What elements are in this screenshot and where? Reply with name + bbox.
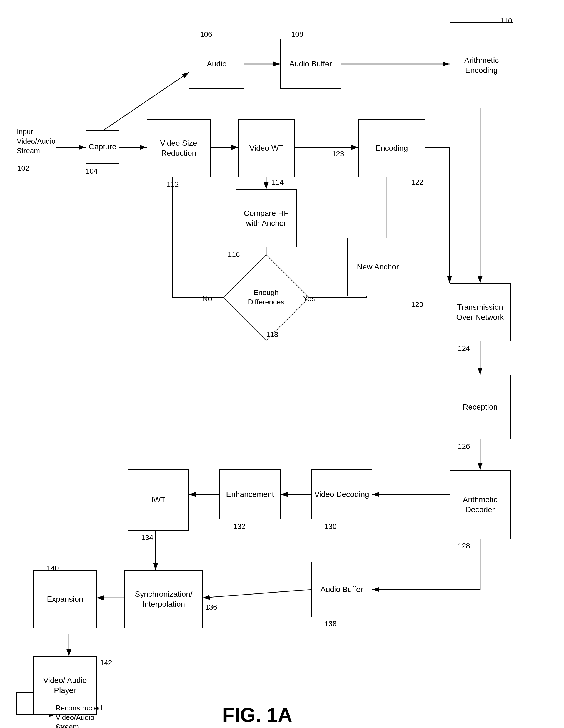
ref-123: 123	[332, 150, 344, 158]
input-stream-label: Input Video/Audio Stream	[17, 127, 61, 155]
ref-134: 134	[141, 533, 153, 542]
reception-box: Reception	[449, 375, 511, 439]
ref-112: 112	[167, 180, 179, 189]
video-decoding-box: Video Decoding	[311, 469, 372, 519]
ref-116: 116	[228, 250, 240, 259]
ref-102: 102	[17, 164, 29, 173]
enhancement-box: Enhancement	[220, 469, 281, 519]
no-label: No	[202, 294, 212, 303]
enough-differences-diamond: Enough Differences	[236, 267, 297, 328]
ref-124: 124	[458, 344, 470, 353]
video-wt-box: Video WT	[239, 119, 294, 177]
reconstructed-stream-label: Reconstructed Video/Audio Stream	[56, 704, 106, 728]
arithmetic-decoder-box: Arithmetic Decoder	[449, 470, 511, 539]
compare-hf-box: Compare HF with Anchor	[236, 189, 297, 247]
ref-122: 122	[411, 178, 423, 187]
ref-120: 120	[411, 300, 423, 309]
audio-buffer-lower-box: Audio Buffer	[311, 562, 372, 617]
new-anchor-box: New Anchor	[347, 238, 408, 296]
audio-box: Audio	[189, 39, 245, 89]
ref-106: 106	[200, 30, 212, 39]
ref-140: 140	[47, 564, 59, 573]
ref-136: 136	[205, 603, 217, 611]
ref-138: 138	[324, 620, 336, 628]
ref-130: 130	[324, 522, 336, 531]
transmission-box: Transmission Over Network	[449, 283, 511, 341]
ref-142: 142	[100, 658, 112, 667]
encoding-box: Encoding	[358, 119, 425, 177]
expansion-box: Expansion	[33, 570, 97, 628]
capture-box: Capture	[86, 130, 120, 164]
ref-144: 144	[56, 725, 68, 728]
iwt-box: IWT	[128, 469, 189, 531]
yes-label: Yes	[303, 294, 315, 303]
svg-line-28	[203, 590, 311, 598]
ref-108: 108	[291, 30, 303, 39]
video-size-reduction-box: Video Size Reduction	[147, 119, 211, 177]
diagram-container: Audio Audio Buffer Arithmetic Encoding I…	[0, 0, 564, 728]
ref-128: 128	[458, 542, 470, 550]
arithmetic-encoding-box: Arithmetic Encoding	[449, 22, 513, 108]
ref-104: 104	[86, 167, 98, 175]
fig-label: FIG. 1A	[222, 704, 292, 726]
ref-118: 118	[266, 330, 278, 339]
ref-110: 110	[500, 17, 512, 25]
ref-114: 114	[272, 178, 284, 187]
audio-buffer-box: Audio Buffer	[280, 39, 341, 89]
ref-132: 132	[234, 522, 245, 531]
ref-126: 126	[458, 442, 470, 451]
sync-interpolation-box: Synchronization/ Interpolation	[125, 570, 203, 628]
